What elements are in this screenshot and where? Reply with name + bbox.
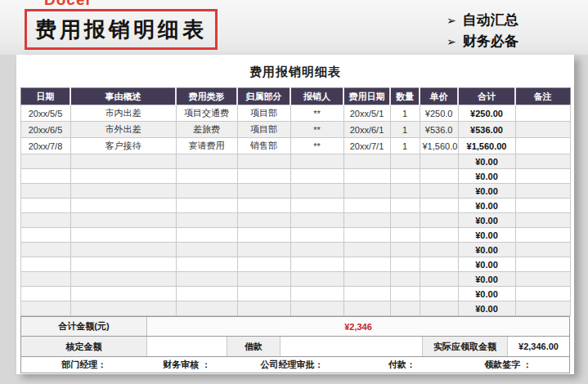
table-cell[interactable]	[290, 257, 343, 272]
table-cell[interactable]	[20, 257, 70, 272]
table-cell[interactable]: ¥0.00	[458, 154, 515, 169]
table-cell[interactable]	[70, 154, 176, 169]
table-cell[interactable]: 差旅费	[176, 122, 237, 138]
table-cell[interactable]	[390, 301, 420, 316]
table-cell[interactable]	[176, 199, 237, 213]
table-cell[interactable]	[176, 228, 237, 243]
table-cell[interactable]: ¥0.00	[458, 272, 515, 287]
table-cell[interactable]	[176, 184, 237, 199]
table-cell[interactable]: **	[290, 138, 343, 154]
table-cell[interactable]	[515, 122, 570, 138]
table-cell[interactable]	[515, 138, 570, 154]
table-cell[interactable]: 20xx/5/5	[20, 105, 70, 122]
table-cell[interactable]: ¥0.00	[458, 287, 515, 301]
table-cell[interactable]	[343, 301, 390, 316]
table-cell[interactable]	[390, 154, 420, 169]
table-cell[interactable]	[390, 184, 420, 199]
table-cell[interactable]	[390, 243, 420, 257]
table-cell[interactable]	[515, 184, 570, 199]
table-cell[interactable]: 20xx/6/1	[343, 122, 390, 138]
table-cell[interactable]: 市外出差	[70, 122, 176, 138]
table-cell[interactable]	[70, 301, 176, 316]
table-cell[interactable]: 1	[390, 122, 420, 138]
table-cell[interactable]	[343, 213, 390, 228]
table-cell[interactable]	[237, 213, 290, 228]
table-cell[interactable]	[290, 228, 343, 243]
table-cell[interactable]	[515, 228, 570, 243]
table-cell[interactable]	[343, 199, 390, 213]
table-cell[interactable]: ¥0.00	[458, 169, 515, 184]
table-cell[interactable]: 20xx/7/1	[343, 138, 390, 154]
table-cell[interactable]: 宴请费用	[176, 138, 237, 154]
table-cell[interactable]	[237, 199, 290, 213]
table-cell[interactable]	[237, 169, 290, 184]
table-cell[interactable]	[20, 243, 70, 257]
table-cell[interactable]	[290, 199, 343, 213]
table-cell[interactable]	[290, 169, 343, 184]
table-cell[interactable]	[343, 169, 390, 184]
table-cell[interactable]	[237, 272, 290, 287]
table-cell[interactable]	[70, 228, 176, 243]
table-cell[interactable]	[70, 184, 176, 199]
table-cell[interactable]: 项目交通费	[176, 105, 237, 122]
table-cell[interactable]	[20, 228, 70, 243]
table-cell[interactable]	[343, 257, 390, 272]
table-cell[interactable]	[290, 243, 343, 257]
table-cell[interactable]	[237, 257, 290, 272]
table-cell[interactable]	[176, 272, 237, 287]
table-cell[interactable]	[390, 169, 420, 184]
table-cell[interactable]	[176, 287, 237, 301]
table-cell[interactable]	[343, 154, 390, 169]
table-cell[interactable]	[343, 243, 390, 257]
table-cell[interactable]	[20, 301, 70, 316]
table-cell[interactable]	[515, 243, 570, 257]
table-cell[interactable]	[390, 213, 420, 228]
table-cell[interactable]: ¥1,560.0	[420, 138, 458, 154]
table-cell[interactable]: ¥536.00	[458, 122, 515, 138]
table-cell[interactable]	[515, 301, 570, 316]
table-cell[interactable]	[515, 169, 570, 184]
table-cell[interactable]	[343, 228, 390, 243]
table-cell[interactable]: ¥1,560.00	[458, 138, 515, 154]
table-cell[interactable]: 市内出差	[70, 105, 176, 122]
table-cell[interactable]	[20, 169, 70, 184]
table-cell[interactable]	[515, 213, 570, 228]
approved-amount-cell[interactable]	[147, 337, 227, 356]
table-cell[interactable]	[420, 154, 458, 169]
table-cell[interactable]	[420, 272, 458, 287]
table-cell[interactable]	[420, 287, 458, 301]
table-cell[interactable]: 20xx/6/5	[20, 122, 70, 138]
table-cell[interactable]	[390, 199, 420, 213]
table-cell[interactable]: ¥0.00	[458, 257, 515, 272]
table-cell[interactable]	[70, 257, 176, 272]
table-cell[interactable]	[237, 287, 290, 301]
table-cell[interactable]: ¥536.0	[420, 122, 458, 138]
actual-amount-value[interactable]: ¥2,346.00	[508, 337, 569, 356]
table-cell[interactable]: 项目部	[237, 122, 290, 138]
table-cell[interactable]	[420, 199, 458, 213]
table-cell[interactable]: 客户接待	[70, 138, 176, 154]
table-cell[interactable]	[176, 301, 237, 316]
table-cell[interactable]: 20xx/7/8	[20, 138, 70, 154]
table-cell[interactable]	[343, 287, 390, 301]
table-cell[interactable]	[390, 272, 420, 287]
table-cell[interactable]	[290, 184, 343, 199]
table-cell[interactable]	[420, 228, 458, 243]
table-cell[interactable]	[515, 257, 570, 272]
table-cell[interactable]	[343, 184, 390, 199]
table-cell[interactable]: 1	[390, 138, 420, 154]
table-cell[interactable]	[515, 287, 570, 301]
table-cell[interactable]	[20, 199, 70, 213]
table-cell[interactable]	[20, 213, 70, 228]
table-cell[interactable]: **	[290, 105, 343, 122]
table-cell[interactable]	[290, 301, 343, 316]
table-cell[interactable]	[420, 257, 458, 272]
table-cell[interactable]	[20, 184, 70, 199]
table-cell[interactable]: 1	[390, 105, 420, 122]
table-cell[interactable]	[343, 272, 390, 287]
table-cell[interactable]: ¥0.00	[458, 213, 515, 228]
table-cell[interactable]	[420, 169, 458, 184]
grand-total-value[interactable]: ¥2,346	[147, 317, 569, 336]
loan-amount-cell[interactable]	[281, 337, 423, 356]
table-cell[interactable]	[515, 154, 570, 169]
